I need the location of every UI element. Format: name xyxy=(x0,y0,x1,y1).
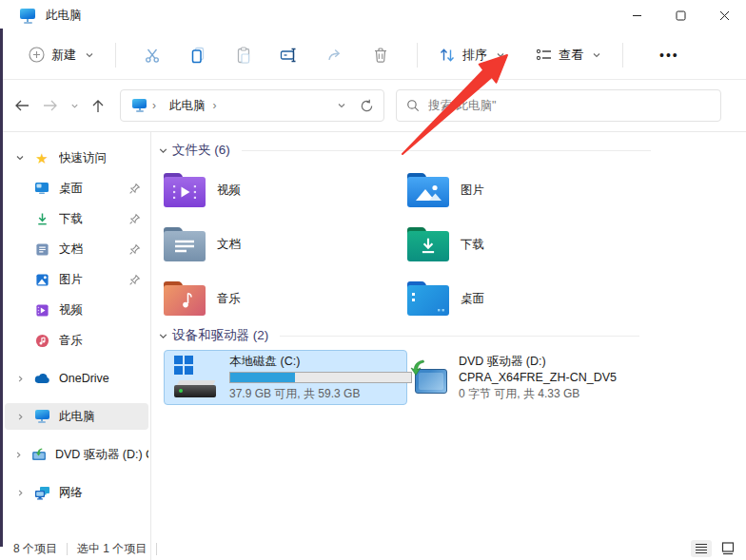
rename-icon xyxy=(280,47,299,64)
videos-icon xyxy=(33,303,50,318)
toolbar-divider xyxy=(622,43,623,68)
windows-logo-icon xyxy=(174,356,194,376)
chevron-down-icon xyxy=(496,50,505,60)
breadcrumb[interactable]: 此电脑 xyxy=(169,98,206,114)
sidebar-item-downloads[interactable]: 下载 xyxy=(5,205,148,232)
large-icons-view-toggle[interactable] xyxy=(717,540,738,557)
window-title: 此电脑 xyxy=(46,8,82,24)
delete-button[interactable] xyxy=(358,38,403,72)
sidebar-item-dvd-drive[interactable]: DVD 驱动器 (D:) CP xyxy=(5,441,148,468)
chevron-right-icon[interactable] xyxy=(16,413,25,421)
chevron-down-icon[interactable] xyxy=(15,153,25,163)
dvd-drive-icon xyxy=(31,448,47,461)
up-button[interactable] xyxy=(84,91,112,120)
chevron-right-icon[interactable] xyxy=(16,375,25,383)
details-view-toggle[interactable] xyxy=(691,540,712,557)
drive-tile-dvd-d[interactable]: DVD 驱动器 (D:) CPRA_X64FRE_ZH-CN_DV5 0 字节 … xyxy=(407,350,738,405)
pictures-icon xyxy=(33,273,50,287)
toolbar-divider xyxy=(115,43,116,68)
navigation-bar: › 此电脑 › xyxy=(0,80,746,132)
sidebar-item-desktop[interactable]: 桌面 xyxy=(5,175,148,202)
cut-icon xyxy=(144,47,161,64)
desktop-folder-icon xyxy=(407,281,449,316)
arrow-up-icon xyxy=(91,99,105,113)
chevron-right-icon[interactable] xyxy=(14,451,23,459)
copy-button[interactable] xyxy=(175,38,221,72)
cut-button[interactable] xyxy=(129,38,175,72)
toolbar-divider xyxy=(417,43,418,68)
sort-button[interactable]: 排序 xyxy=(431,41,513,69)
search-input[interactable] xyxy=(428,99,711,112)
drive-tile-local-disk-c[interactable]: 本地磁盘 (C:) 37.9 GB 可用, 共 59.3 GB xyxy=(164,350,407,405)
sidebar-item-this-pc[interactable]: 此电脑 xyxy=(5,403,148,430)
this-pc-icon xyxy=(33,410,50,423)
pin-icon xyxy=(128,213,141,225)
sidebar-item-onedrive[interactable]: OneDrive xyxy=(5,365,148,392)
sidebar-item-network[interactable]: 网络 xyxy=(5,479,148,506)
folder-tile-downloads[interactable]: 下载 xyxy=(407,221,645,268)
minimize-button[interactable] xyxy=(615,0,658,30)
rename-button[interactable] xyxy=(266,38,312,72)
copy-icon xyxy=(189,47,206,64)
group-header-drives[interactable]: 设备和驱动器 (2) xyxy=(158,327,639,344)
view-button[interactable]: 查看 xyxy=(528,41,609,69)
share-icon xyxy=(326,47,344,64)
arrow-left-icon xyxy=(14,99,29,112)
large-icons-view-icon xyxy=(721,542,735,555)
breadcrumb-separator[interactable]: › xyxy=(207,99,223,112)
paste-icon xyxy=(235,47,252,64)
more-options-button[interactable]: ••• xyxy=(650,48,689,63)
document-icon xyxy=(33,242,50,257)
pictures-folder-icon xyxy=(407,173,449,207)
folder-tile-music[interactable]: 音乐 xyxy=(164,275,402,322)
new-button[interactable]: 新建 xyxy=(21,41,102,69)
maximize-icon xyxy=(676,10,686,21)
music-icon xyxy=(33,334,50,348)
paste-button[interactable] xyxy=(221,38,266,72)
recent-locations-button[interactable] xyxy=(65,91,84,120)
status-divider xyxy=(156,543,157,555)
folder-tile-desktop[interactable]: 桌面 xyxy=(407,275,645,322)
status-divider xyxy=(67,543,68,555)
close-icon xyxy=(719,10,730,21)
forward-button[interactable] xyxy=(36,91,65,120)
navigation-pane: ★ 快速访问 桌面 下载 文档 图片 xyxy=(3,132,150,537)
star-icon: ★ xyxy=(35,151,48,165)
view-icon xyxy=(536,48,552,62)
folder-tile-pictures[interactable]: 图片 xyxy=(407,166,645,214)
sidebar-item-videos[interactable]: 视频 xyxy=(5,297,148,323)
sidebar-item-music[interactable]: 音乐 xyxy=(5,327,148,354)
item-count: 8 个项目 xyxy=(13,541,57,557)
arrow-right-icon xyxy=(43,99,58,112)
sidebar-item-documents[interactable]: 文档 xyxy=(5,236,148,262)
maximize-button[interactable] xyxy=(658,0,702,30)
sidebar-item-quick-access[interactable]: ★ 快速访问 xyxy=(5,145,148,171)
this-pc-app-icon xyxy=(20,9,35,23)
group-header-folders[interactable]: 文件夹 (6) xyxy=(158,142,651,159)
file-list-pane: 文件夹 (6) 视频 图片 文档 xyxy=(150,132,746,537)
address-bar[interactable]: › 此电脑 › xyxy=(120,89,384,122)
chevron-down-icon xyxy=(70,102,79,110)
address-dropdown-icon[interactable] xyxy=(337,101,346,110)
share-button[interactable] xyxy=(312,38,358,72)
chevron-right-icon[interactable] xyxy=(16,489,25,497)
details-view-icon xyxy=(695,543,708,554)
breadcrumb-separator: › xyxy=(147,99,162,112)
chevron-down-icon[interactable] xyxy=(158,145,168,156)
chevron-down-icon xyxy=(85,50,94,60)
pin-icon xyxy=(128,243,141,256)
chevron-down-icon[interactable] xyxy=(158,331,168,341)
sidebar-item-pictures[interactable]: 图片 xyxy=(5,266,148,293)
folder-tile-documents[interactable]: 文档 xyxy=(164,221,402,268)
folder-tile-videos[interactable]: 视频 xyxy=(164,166,402,214)
chevron-down-icon xyxy=(592,50,601,60)
back-button[interactable] xyxy=(8,91,36,120)
minimize-icon xyxy=(632,10,642,21)
refresh-icon[interactable] xyxy=(360,99,374,113)
group-rule xyxy=(242,150,651,151)
view-button-label: 查看 xyxy=(559,47,583,64)
close-button[interactable] xyxy=(702,0,746,30)
sort-button-label: 排序 xyxy=(462,47,487,64)
this-pc-icon xyxy=(132,99,147,112)
search-box[interactable] xyxy=(396,89,721,122)
